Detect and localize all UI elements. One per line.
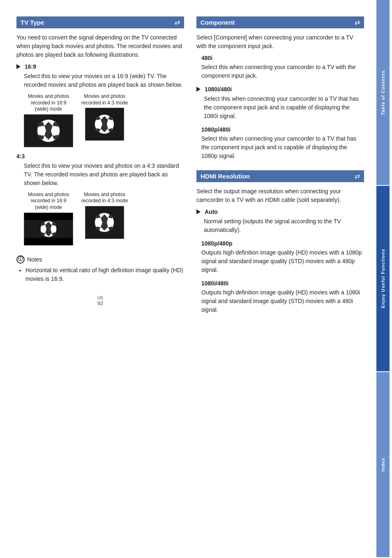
hdmi-auto-body: Normal setting (outputs the signal accor… [196, 217, 364, 234]
tv-type-option-43: 4:3 Select this to view your movies and … [16, 153, 184, 245]
tv-type-169-title: 16:9 [16, 63, 184, 70]
tv-type-intro: You need to convert the signal depending… [16, 33, 184, 59]
component-option-1080i: 1080i/480i Select this when connecting y… [196, 86, 364, 120]
component-1080p-title: 1080p/480i [201, 126, 364, 133]
hdmi-option-1080p480p: 1080p/480p Outputs high definition image… [196, 240, 364, 274]
hdmi-title: HDMI Resolution [201, 173, 250, 180]
notes-section: ⓘ Notes Horizontal to vertical ratio of … [16, 252, 184, 283]
tv-type-169-images: Movies and photosrecorded in 16:9(wide) … [24, 93, 184, 147]
hdmi-1080p480p-content: 1080p/480p Outputs high definition image… [196, 240, 364, 274]
component-option-480i: 480i Select this when connecting your ca… [196, 55, 364, 80]
hdmi-option-1080i480i: 1080i/480i Outputs high definition image… [196, 280, 364, 314]
triangle-icon-auto [196, 209, 201, 214]
component-480i-body: Select this when connecting your camcord… [201, 63, 364, 80]
hdmi-1080p480p-body: Outputs high definition image quality (H… [201, 248, 364, 274]
image-group-169-43: Movies and photosrecorded in 4:3 mode [81, 93, 128, 147]
hdmi-1080i480i-title: 1080i/480i [201, 280, 364, 287]
svg-rect-18 [24, 238, 73, 245]
component-1080p-body: Select this when connecting your camcord… [201, 134, 364, 160]
tv-type-header: TV Type ⇄ [16, 16, 184, 28]
triangle-icon-1080i [196, 87, 201, 92]
sidebar-index-label: Index [380, 458, 385, 472]
tv-type-43-images: Movies and photosrecorded in 16:9(wide) … [24, 192, 184, 245]
page-number: 92 [16, 300, 184, 306]
tv-type-43-title: 4:3 [16, 153, 184, 160]
sidebar-toc-label: Table of Contents [380, 70, 385, 115]
component-1080i-title: 1080i/480i [196, 86, 364, 93]
component-480i-content: 480i Select this when connecting your ca… [196, 55, 364, 80]
component-480i-title: 480i [201, 55, 364, 61]
hdmi-section: HDMI Resolution ⇄ Select the output imag… [196, 170, 364, 314]
notes-item-0: Horizontal to vertical ratio of high def… [25, 266, 184, 283]
notes-icon: ⓘ [16, 255, 25, 264]
component-1080p-content: 1080p/480i Select this when connecting y… [196, 126, 364, 160]
hdmi-1080i480i-body: Outputs high definition image quality (H… [201, 288, 364, 314]
tv-type-icon: ⇄ [175, 19, 180, 26]
notes-title: ⓘ Notes [16, 255, 184, 264]
tv-type-169-body: Select this to view your movies on a 16:… [16, 72, 184, 147]
soccer-image-small [85, 108, 124, 141]
component-header: Component ⇄ [196, 16, 364, 28]
svg-rect-17 [24, 213, 73, 220]
component-option-1080p: 1080p/480i Select this when connecting y… [196, 126, 364, 160]
image-label-169-wide: Movies and photosrecorded in 16:9(wide) … [28, 93, 69, 113]
us-label: US [16, 296, 184, 300]
sidebar-toc[interactable]: Table of Contents [376, 0, 390, 185]
sidebar-enjoy[interactable]: Enjoy Useful Functions [376, 186, 390, 371]
tv-type-title: TV Type [21, 19, 44, 26]
soccer-image-wide [24, 114, 73, 147]
hdmi-icon: ⇄ [355, 172, 360, 180]
component-section: Component ⇄ Select [Component] when conn… [196, 16, 364, 160]
image-group-43-43: Movies and photosrecorded in 4:3 mode [81, 192, 128, 245]
soccer-image-wide-cropped [24, 213, 73, 245]
component-intro: Select [Component] when connecting your … [196, 33, 364, 51]
hdmi-auto-title: Auto [196, 208, 364, 215]
hdmi-1080p480p-title: 1080p/480p [201, 240, 364, 247]
component-icon: ⇄ [355, 19, 360, 26]
sidebar: Table of Contents Enjoy Useful Functions… [376, 0, 392, 558]
soccer-image-small-43 [85, 206, 124, 239]
page-footer: US 92 [16, 296, 184, 306]
image-group-43-wide: Movies and photosrecorded in 16:9(wide) … [24, 192, 73, 245]
triangle-icon [16, 64, 21, 69]
hdmi-header: HDMI Resolution ⇄ [196, 170, 364, 182]
hdmi-intro: Select the output image resolution when … [196, 187, 364, 204]
image-label-43-wide: Movies and photosrecorded in 16:9(wide) … [28, 192, 69, 211]
component-title: Component [201, 19, 235, 26]
tv-type-43-body: Select this to view your movies and phot… [16, 162, 184, 245]
hdmi-option-auto: Auto Normal setting (outputs the signal … [196, 208, 364, 234]
image-label-43-43: Movies and photosrecorded in 4:3 mode [81, 192, 128, 204]
component-1080i-body: Select this when connecting your camcord… [196, 95, 364, 120]
sidebar-index[interactable]: Index [376, 372, 390, 557]
sidebar-enjoy-label: Enjoy Useful Functions [380, 249, 385, 308]
hdmi-1080i480i-content: 1080i/480i Outputs high definition image… [196, 280, 364, 314]
tv-type-option-169: 16:9 Select this to view your movies on … [16, 63, 184, 147]
image-group-169-wide: Movies and photosrecorded in 16:9(wide) … [24, 93, 73, 147]
image-label-169-43: Movies and photosrecorded in 4:3 mode [81, 93, 128, 106]
tv-type-section: TV Type ⇄ You need to convert the signal… [16, 16, 184, 283]
notes-list: Horizontal to vertical ratio of high def… [16, 266, 184, 283]
